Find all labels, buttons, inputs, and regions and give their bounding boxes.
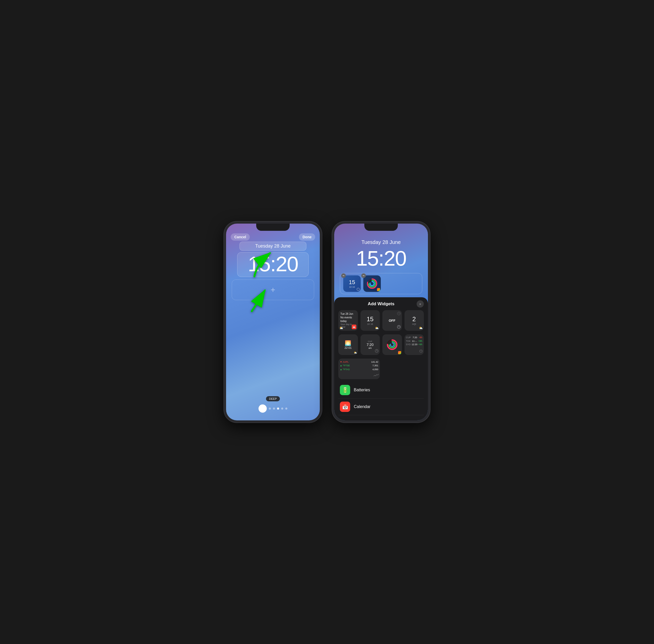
activity-rings-grid [387,339,398,350]
sunset-icon: 🌅 [345,340,351,346]
page-dot-1 [269,408,271,410]
page-dot-active [258,405,267,413]
phone-2: Tuesday 28 June 15:20 − 15 10 16 − [332,222,430,422]
stocks-chart-icon [374,373,379,378]
page-dot-4 [285,408,287,410]
stock-row-ftas: ▲ ^FTAS 4,050 [340,368,378,371]
deep-badge: DEEP [266,396,280,401]
sunset-grid-widget[interactable]: 🌅 22:01 ⛅ [338,335,358,355]
cup-label: CUP [368,340,372,343]
page-dot-current [277,408,279,410]
bottom-area: DEEP [226,396,320,413]
calendar-event-title: No events today [341,316,356,323]
clock-grid-widget[interactable]: 15 1016 ⛅ [360,310,380,331]
arrow-to-widget [244,283,275,315]
top-buttons: Cancel Done [226,233,320,240]
widget-bar: − 15 10 16 − [340,273,422,294]
activity-widget[interactable]: − [363,275,381,292]
worldclock-grid-widget[interactable]: CUP 7:20 am [360,335,380,355]
calendar-grid-widget[interactable]: Tue 28 Jun No events today Your day is c… [338,310,358,331]
wc-row-syd: SYD 12:20 +9h [406,343,422,346]
add-widgets-panel: Add Widgets × Tue 28 Jun No events today… [334,297,428,420]
calendar-list-item[interactable]: 📅 Calendar [338,398,424,415]
wc-row-cup: CUP 7:20 -8h [406,336,422,340]
weather-icon-clock: ⛅ [375,326,379,330]
worldclocks-grid-widget[interactable]: CUP 7:20 -8h TOK 11:... +8h SYD 12:20 +9… [404,335,424,355]
clock-widget[interactable]: − 15 10 16 [343,275,361,292]
clock-icon-alarm [397,325,401,330]
widget-grid-row2: 🌅 22:01 ⛅ CUP 7:20 am [338,335,424,355]
world-am: am [369,347,372,349]
clock-icon-wc [419,349,423,354]
page-dot-3 [281,408,283,410]
close-button[interactable]: × [417,300,424,307]
remove-clock-widget[interactable]: − [341,273,346,278]
calendar-icon: 📅 [340,401,350,412]
alarm-grid-widget[interactable]: OFF [382,310,402,331]
clock-icon-world [375,349,379,354]
activity-grid-widget[interactable] [382,335,402,355]
remove-activity-widget[interactable]: − [361,273,366,278]
cancel-button[interactable]: Cancel [231,233,250,240]
world-time: 7:20 [367,343,374,347]
stock-row-aapl: ▼ AAPL 141.42 [340,360,378,364]
clock-widget-sub: 10 16 [349,286,355,288]
arrow-to-date [249,248,280,280]
aqi-number: 2 [413,316,416,323]
page-dots [258,405,287,413]
batteries-list-item[interactable]: 🔋 Batteries [338,382,424,398]
phone-1: Cancel Done Tuesday 28 June 15:20 + [224,222,322,422]
activity-rings-svg [366,278,378,289]
panel-title: Add Widgets [368,301,394,306]
clock-grid-sub: 1016 [367,323,373,325]
lockscreen-bg-1: Cancel Done Tuesday 28 June 15:20 + [226,224,320,420]
alarm-label: OFF [389,319,396,323]
widget-grid-row1: Tue 28 Jun No events today Your day is c… [338,310,424,331]
time-display-2: 15:20 [346,247,416,271]
aqi-label: AQI [412,323,416,325]
stock-row-ftse: ▲ ^FTSE 7,351 [340,364,378,367]
clock-icon-top [397,311,401,316]
wc-row-tok: TOK 11:... +8h [406,340,422,343]
page-dot-2 [273,408,275,410]
batteries-label: Batteries [354,388,370,392]
notch-1 [256,224,290,231]
batteries-icon: 🔋 [340,385,350,395]
notch-2 [364,224,398,231]
widget-grid-row3: ▼ AAPL 141.42 ▲ ^FTSE 7,351 ▲ ^FTAS 4,05… [338,359,424,379]
activity-app-icon [398,351,401,354]
panel-header: Add Widgets × [338,301,424,306]
calendar-label: Calendar [354,405,371,409]
sunset-time: 22:01 [345,346,352,349]
weather-icon-sun: ⛅ [354,351,357,354]
lockscreen-bg-2: Tuesday 28 June 15:20 − 15 10 16 − [334,224,428,420]
weather-icon-aqi: ⛅ [419,326,423,330]
clock-widget-num: 15 [349,279,355,286]
done-button[interactable]: Done [299,233,315,240]
date-display-2: Tuesday 28 June [346,238,416,247]
aqi-grid-widget[interactable]: 2 AQI ⛅ [404,310,424,331]
weather-icon-cal: ⛅ [340,326,343,330]
calendar-small-icon: 📅 [352,325,356,329]
clock-grid-num: 15 [367,316,374,323]
calendar-date: Tue 28 Jun [341,312,353,316]
stocks-grid-widget[interactable]: ▼ AAPL 141.42 ▲ ^FTSE 7,351 ▲ ^FTAS 4,05… [338,359,380,379]
